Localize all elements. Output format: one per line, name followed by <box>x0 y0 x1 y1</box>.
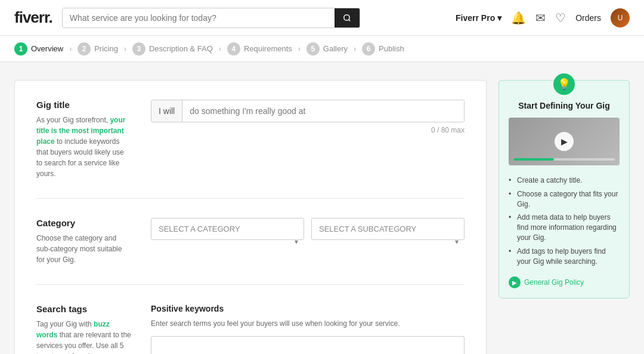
steps-bar: 1 Overview › 2 Pricing › 3 Description &… <box>0 36 644 62</box>
step-num-4: 4 <box>227 42 240 56</box>
notifications-icon[interactable]: 🔔 <box>511 11 526 25</box>
step-label-description: Description & FAQ <box>149 44 213 53</box>
policy-link-label: General Gig Policy <box>524 278 584 287</box>
search-input[interactable] <box>63 8 335 27</box>
gig-title-heading: Gig title <box>36 100 132 110</box>
category-content: SELECT A CATEGORYProgramming & TechDesig… <box>151 218 465 265</box>
step-publish[interactable]: 6 Publish <box>362 42 404 56</box>
lightbulb-icon: 💡 <box>553 73 575 95</box>
positive-keywords-description: Enter search terms you feel your buyers … <box>151 318 465 329</box>
subcategory-select-wrapper: SELECT A SUBCATEGORY ▾ <box>311 218 465 265</box>
fiverr-pro-button[interactable]: Fiverr Pro ▾ <box>456 13 501 23</box>
step-label-overview: Overview <box>31 44 63 53</box>
gig-title-content: I will 0 / 80 max <box>151 100 465 179</box>
positive-keywords-input[interactable] <box>151 336 465 354</box>
tip-card: 💡 Start Defining Your Gig ▶ Create a cat… <box>499 80 630 298</box>
gig-title-section: Gig title As your Gig storefront, your t… <box>36 100 465 199</box>
search-button[interactable] <box>335 8 360 27</box>
play-button[interactable]: ▶ <box>555 132 574 151</box>
side-panel: 💡 Start Defining Your Gig ▶ Create a cat… <box>499 80 630 354</box>
fiverr-logo[interactable]: fiverr. <box>14 8 52 27</box>
policy-icon: ▶ <box>509 276 521 288</box>
step-label-pricing: Pricing <box>94 44 118 53</box>
main-content: Gig title As your Gig storefront, your t… <box>0 62 644 354</box>
step-num-1: 1 <box>14 42 27 56</box>
tags-two-col: Positive keywords Enter search terms you… <box>151 304 465 354</box>
orders-link[interactable]: Orders <box>575 13 601 23</box>
general-gig-policy-link[interactable]: ▶ General Gig Policy <box>509 276 620 288</box>
subcategory-select[interactable]: SELECT A SUBCATEGORY <box>311 218 465 240</box>
step-num-6: 6 <box>362 42 375 56</box>
category-section: Category Choose the category and sub-cat… <box>36 218 465 285</box>
category-heading: Category <box>36 218 132 228</box>
step-num-2: 2 <box>78 42 91 56</box>
gig-title-label: Gig title As your Gig storefront, your t… <box>36 100 132 179</box>
step-overview[interactable]: 1 Overview <box>14 42 63 56</box>
step-arrow-1: › <box>69 45 72 53</box>
category-label: Category Choose the category and sub-cat… <box>36 218 132 265</box>
svg-point-0 <box>344 14 349 20</box>
step-arrow-4: › <box>298 45 301 53</box>
char-count: 0 / 80 max <box>151 126 465 134</box>
step-gallery[interactable]: 5 Gallery <box>306 42 348 56</box>
gig-title-wrapper: I will <box>151 100 465 122</box>
gig-title-prefix: I will <box>151 100 182 122</box>
step-label-requirements: Requirements <box>244 44 292 53</box>
messages-icon[interactable]: ✉ <box>535 11 546 25</box>
favorites-icon[interactable]: ♡ <box>555 11 566 25</box>
header: fiverr. Fiverr Pro ▾ 🔔 ✉ ♡ Orders U <box>0 0 644 36</box>
category-select-wrapper: SELECT A CATEGORYProgramming & TechDesig… <box>151 218 304 265</box>
video-progress-bar <box>513 158 615 161</box>
chevron-down-icon: ▾ <box>497 13 501 23</box>
step-label-publish: Publish <box>379 44 404 53</box>
step-arrow-2: › <box>124 45 126 53</box>
tip-item-3: Add meta data to help buyers find more i… <box>509 211 620 244</box>
tip-card-title: Start Defining Your Gig <box>509 101 620 110</box>
avatar[interactable]: U <box>611 8 630 27</box>
step-pricing[interactable]: 2 Pricing <box>78 42 118 56</box>
tags-label: Search tags Tag your Gig with buzz words… <box>36 304 132 354</box>
step-requirements[interactable]: 4 Requirements <box>227 42 292 56</box>
form-card: Gig title As your Gig storefront, your t… <box>14 80 487 354</box>
tags-heading: Search tags <box>36 304 132 314</box>
gig-title-description: As your Gig storefront, your title is th… <box>36 115 132 179</box>
positive-keywords-col: Positive keywords Enter search terms you… <box>151 304 465 354</box>
category-select[interactable]: SELECT A CATEGORYProgramming & TechDesig… <box>151 218 304 240</box>
step-arrow-5: › <box>354 45 356 53</box>
step-arrow-3: › <box>219 45 221 53</box>
tip-item-4: Add tags to help buyers find your Gig wh… <box>509 245 620 269</box>
tip-item-2: Choose a category that fits your Gig. <box>509 187 620 211</box>
positive-keywords-heading: Positive keywords <box>151 304 465 313</box>
tip-item-1: Create a catchy title. <box>509 174 620 187</box>
video-progress-fill <box>513 158 554 161</box>
search-bar <box>62 8 360 28</box>
header-right: Fiverr Pro ▾ 🔔 ✉ ♡ Orders U <box>456 8 630 27</box>
category-description: Choose the category and sub-category mos… <box>36 233 132 265</box>
gig-title-input[interactable] <box>182 100 464 122</box>
tags-description: Tag your Gig with buzz words that are re… <box>36 319 132 354</box>
tip-list: Create a catchy title. Choose a category… <box>509 174 620 268</box>
step-description[interactable]: 3 Description & FAQ <box>132 42 213 56</box>
svg-line-1 <box>349 19 351 21</box>
step-num-5: 5 <box>306 42 320 56</box>
step-num-3: 3 <box>132 42 145 56</box>
tags-section: Search tags Tag your Gig with buzz words… <box>36 304 465 354</box>
tip-video-thumbnail[interactable]: ▶ <box>509 118 620 165</box>
step-label-gallery: Gallery <box>323 44 348 53</box>
tags-content: Positive keywords Enter search terms you… <box>151 304 465 354</box>
search-icon <box>343 14 351 22</box>
